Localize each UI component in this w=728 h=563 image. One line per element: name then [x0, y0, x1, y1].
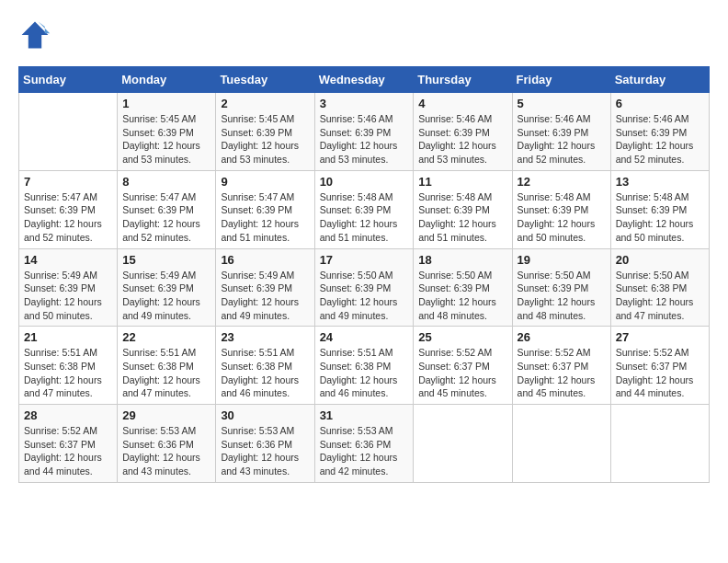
day-info: Sunrise: 5:52 AM Sunset: 6:37 PM Dayligh… [418, 346, 506, 400]
day-info: Sunrise: 5:47 AM Sunset: 6:39 PM Dayligh… [221, 190, 309, 245]
day-info: Sunrise: 5:50 AM Sunset: 6:39 PM Dayligh… [320, 269, 409, 323]
day-cell: 10Sunrise: 5:48 AM Sunset: 6:39 PM Dayli… [314, 170, 414, 248]
day-cell: 13Sunrise: 5:48 AM Sunset: 6:39 PM Dayli… [610, 170, 709, 248]
day-info: Sunrise: 5:48 AM Sunset: 6:39 PM Dayligh… [320, 190, 409, 245]
header-cell-thursday: Thursday [414, 67, 512, 93]
day-cell: 25Sunrise: 5:52 AM Sunset: 6:37 PM Dayli… [414, 327, 512, 405]
header-cell-saturday: Saturday [610, 67, 709, 93]
day-cell: 6Sunrise: 5:46 AM Sunset: 6:39 PM Daylig… [610, 93, 709, 171]
day-info: Sunrise: 5:53 AM Sunset: 6:36 PM Dayligh… [221, 424, 309, 478]
day-number: 3 [320, 97, 409, 110]
day-number: 6 [616, 97, 704, 110]
day-number: 8 [122, 175, 210, 189]
day-number: 9 [221, 175, 309, 189]
day-cell [610, 405, 709, 483]
day-cell: 17Sunrise: 5:50 AM Sunset: 6:39 PM Dayli… [314, 248, 414, 327]
day-number: 15 [122, 253, 210, 267]
header-cell-monday: Monday [118, 67, 216, 93]
logo-icon [18, 18, 51, 52]
day-number: 21 [24, 330, 112, 344]
day-number: 23 [221, 330, 309, 344]
day-number: 30 [221, 408, 309, 422]
day-cell: 21Sunrise: 5:51 AM Sunset: 6:38 PM Dayli… [19, 327, 118, 405]
day-cell [414, 405, 512, 483]
day-info: Sunrise: 5:52 AM Sunset: 6:37 PM Dayligh… [518, 346, 606, 400]
day-cell: 4Sunrise: 5:46 AM Sunset: 6:39 PM Daylig… [414, 93, 512, 171]
day-number: 24 [320, 330, 409, 344]
day-cell: 20Sunrise: 5:50 AM Sunset: 6:38 PM Dayli… [610, 248, 709, 327]
week-row-3: 14Sunrise: 5:49 AM Sunset: 6:39 PM Dayli… [19, 248, 710, 327]
day-number: 20 [616, 253, 704, 267]
day-number: 14 [24, 253, 112, 267]
day-number: 16 [221, 253, 309, 267]
day-cell: 11Sunrise: 5:48 AM Sunset: 6:39 PM Dayli… [414, 170, 512, 248]
page-header [18, 18, 710, 52]
day-number: 25 [418, 330, 506, 344]
day-cell: 5Sunrise: 5:46 AM Sunset: 6:39 PM Daylig… [512, 93, 610, 171]
header-cell-tuesday: Tuesday [216, 67, 314, 93]
day-number: 27 [616, 330, 704, 344]
week-row-5: 28Sunrise: 5:52 AM Sunset: 6:37 PM Dayli… [19, 405, 710, 483]
day-cell: 9Sunrise: 5:47 AM Sunset: 6:39 PM Daylig… [216, 170, 314, 248]
day-info: Sunrise: 5:46 AM Sunset: 6:39 PM Dayligh… [320, 112, 409, 167]
day-info: Sunrise: 5:48 AM Sunset: 6:39 PM Dayligh… [616, 190, 704, 245]
day-cell: 27Sunrise: 5:52 AM Sunset: 6:37 PM Dayli… [610, 327, 709, 405]
day-info: Sunrise: 5:45 AM Sunset: 6:39 PM Dayligh… [221, 112, 309, 167]
day-info: Sunrise: 5:53 AM Sunset: 6:36 PM Dayligh… [320, 424, 409, 478]
day-cell: 28Sunrise: 5:52 AM Sunset: 6:37 PM Dayli… [19, 405, 118, 483]
day-cell: 30Sunrise: 5:53 AM Sunset: 6:36 PM Dayli… [216, 405, 314, 483]
day-info: Sunrise: 5:53 AM Sunset: 6:36 PM Dayligh… [122, 424, 210, 478]
day-info: Sunrise: 5:52 AM Sunset: 6:37 PM Dayligh… [24, 424, 112, 478]
day-number: 19 [518, 253, 606, 267]
day-info: Sunrise: 5:48 AM Sunset: 6:39 PM Dayligh… [518, 190, 606, 245]
day-cell: 19Sunrise: 5:50 AM Sunset: 6:39 PM Dayli… [512, 248, 610, 327]
header-cell-sunday: Sunday [19, 67, 118, 93]
header-cell-friday: Friday [512, 67, 610, 93]
day-cell: 23Sunrise: 5:51 AM Sunset: 6:38 PM Dayli… [216, 327, 314, 405]
svg-marker-0 [22, 22, 49, 49]
day-cell: 12Sunrise: 5:48 AM Sunset: 6:39 PM Dayli… [512, 170, 610, 248]
day-cell: 18Sunrise: 5:50 AM Sunset: 6:39 PM Dayli… [414, 248, 512, 327]
day-info: Sunrise: 5:51 AM Sunset: 6:38 PM Dayligh… [320, 346, 409, 400]
day-info: Sunrise: 5:45 AM Sunset: 6:39 PM Dayligh… [122, 112, 210, 167]
day-info: Sunrise: 5:49 AM Sunset: 6:39 PM Dayligh… [24, 269, 112, 323]
day-cell: 2Sunrise: 5:45 AM Sunset: 6:39 PM Daylig… [216, 93, 314, 171]
day-cell: 29Sunrise: 5:53 AM Sunset: 6:36 PM Dayli… [118, 405, 216, 483]
day-info: Sunrise: 5:46 AM Sunset: 6:39 PM Dayligh… [418, 112, 506, 167]
calendar-table: SundayMondayTuesdayWednesdayThursdayFrid… [18, 66, 710, 483]
day-cell [512, 405, 610, 483]
day-number: 17 [320, 253, 409, 267]
day-cell: 31Sunrise: 5:53 AM Sunset: 6:36 PM Dayli… [314, 405, 414, 483]
day-number: 13 [616, 175, 704, 189]
day-info: Sunrise: 5:50 AM Sunset: 6:39 PM Dayligh… [418, 269, 506, 323]
week-row-2: 7Sunrise: 5:47 AM Sunset: 6:39 PM Daylig… [19, 170, 710, 248]
day-info: Sunrise: 5:51 AM Sunset: 6:38 PM Dayligh… [122, 346, 210, 400]
day-number: 2 [221, 97, 309, 110]
day-cell: 22Sunrise: 5:51 AM Sunset: 6:38 PM Dayli… [118, 327, 216, 405]
day-cell: 14Sunrise: 5:49 AM Sunset: 6:39 PM Dayli… [19, 248, 118, 327]
day-cell [19, 93, 118, 171]
day-info: Sunrise: 5:49 AM Sunset: 6:39 PM Dayligh… [221, 269, 309, 323]
day-number: 4 [418, 97, 506, 110]
day-number: 28 [24, 408, 112, 422]
day-cell: 24Sunrise: 5:51 AM Sunset: 6:38 PM Dayli… [314, 327, 414, 405]
day-info: Sunrise: 5:47 AM Sunset: 6:39 PM Dayligh… [122, 190, 210, 245]
day-number: 1 [122, 97, 210, 110]
day-number: 18 [418, 253, 506, 267]
day-info: Sunrise: 5:51 AM Sunset: 6:38 PM Dayligh… [221, 346, 309, 400]
day-info: Sunrise: 5:50 AM Sunset: 6:39 PM Dayligh… [518, 269, 606, 323]
day-number: 29 [122, 408, 210, 422]
day-info: Sunrise: 5:48 AM Sunset: 6:39 PM Dayligh… [418, 190, 506, 245]
day-cell: 7Sunrise: 5:47 AM Sunset: 6:39 PM Daylig… [19, 170, 118, 248]
day-cell: 3Sunrise: 5:46 AM Sunset: 6:39 PM Daylig… [314, 93, 414, 171]
day-info: Sunrise: 5:50 AM Sunset: 6:38 PM Dayligh… [616, 269, 704, 323]
day-info: Sunrise: 5:52 AM Sunset: 6:37 PM Dayligh… [616, 346, 704, 400]
day-info: Sunrise: 5:46 AM Sunset: 6:39 PM Dayligh… [616, 112, 704, 167]
day-cell: 8Sunrise: 5:47 AM Sunset: 6:39 PM Daylig… [118, 170, 216, 248]
day-cell: 16Sunrise: 5:49 AM Sunset: 6:39 PM Dayli… [216, 248, 314, 327]
day-number: 10 [320, 175, 409, 189]
day-number: 22 [122, 330, 210, 344]
day-number: 5 [518, 97, 606, 110]
day-info: Sunrise: 5:49 AM Sunset: 6:39 PM Dayligh… [122, 269, 210, 323]
day-cell: 1Sunrise: 5:45 AM Sunset: 6:39 PM Daylig… [118, 93, 216, 171]
